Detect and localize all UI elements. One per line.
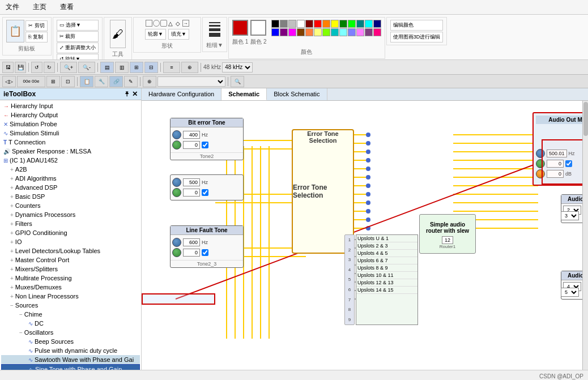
tb-btn-6[interactable]: 🔍-	[78, 62, 95, 73]
lf-knob1[interactable]	[172, 238, 181, 247]
tab-schematic[interactable]: Schematic	[221, 88, 267, 100]
upslot-4-5[interactable]: Upslots 4 & 5	[356, 250, 417, 257]
select-button[interactable]: ▭ 选择▼	[57, 20, 99, 31]
tree-pulse[interactable]: ∿ Pulse with dynamic duty cycle	[1, 346, 140, 355]
swatch-gray[interactable]	[280, 20, 288, 28]
tb-btn-12[interactable]: ⊕	[181, 62, 198, 73]
scrollbar-thumb[interactable]	[583, 102, 588, 136]
tree-beep[interactable]: ∿ Beep Sources	[1, 337, 140, 346]
fill-button[interactable]: 填充▼	[168, 29, 189, 40]
swatch-navy[interactable]	[373, 20, 381, 28]
swatch-lime[interactable]	[348, 20, 356, 28]
shape-arrow[interactable]: →	[182, 20, 189, 27]
bit-error-knob2[interactable]	[172, 140, 181, 150]
copy-button[interactable]: ⎘ 复制	[25, 32, 48, 42]
lf-check[interactable]	[202, 249, 208, 256]
tree-gpio[interactable]: + GPIO Conditioning	[1, 228, 140, 237]
tree-sources[interactable]: − Sources	[1, 301, 140, 310]
tb2-btn-9[interactable]: ⊕	[143, 76, 156, 87]
thickness-2[interactable]	[209, 25, 220, 27]
swatch-teal[interactable]	[356, 20, 364, 28]
tb-btn-8[interactable]: ▥	[115, 62, 129, 73]
bit-error-val[interactable]: 0	[183, 141, 200, 149]
swatch-cyan[interactable]	[365, 20, 373, 28]
paste-icon[interactable]: 📋	[6, 20, 24, 42]
tree-filters[interactable]: + Filters	[1, 219, 140, 228]
swatch-chartreuse[interactable]	[322, 28, 330, 36]
swatch-red[interactable]	[314, 20, 322, 28]
tb-btn-5[interactable]: 🔍+	[60, 62, 77, 73]
tree-adi-algo[interactable]: + ADI Algorithms	[1, 174, 140, 183]
shape-triangle[interactable]: △	[168, 20, 174, 27]
lf-freq[interactable]: 600	[183, 238, 200, 246]
swatch-lightyellow[interactable]	[314, 28, 322, 36]
slave-n2-dd1[interactable]: 5	[561, 288, 579, 297]
tree-a2b[interactable]: + A2B	[1, 165, 140, 174]
upslot-10-11[interactable]: Upslots 10 & 11	[356, 272, 417, 279]
tree-dc[interactable]: ∿ DC	[1, 319, 140, 328]
tb2-btn-8[interactable]: ✎	[124, 76, 138, 87]
vertical-scrollbar[interactable]	[582, 101, 588, 370]
tb-btn-7[interactable]: ▤	[100, 62, 114, 73]
lf-knob2[interactable]	[172, 248, 181, 257]
thickness-1[interactable]	[209, 22, 220, 23]
mid-knob1[interactable]	[172, 178, 181, 187]
swatch-black[interactable]	[271, 20, 279, 28]
upslot-14-15[interactable]: Upslots 14 & 15	[356, 287, 417, 294]
mid-knob2[interactable]	[172, 188, 181, 197]
tree-nonlinear[interactable]: + Non Linear Processors	[1, 292, 140, 301]
swatch-orange[interactable]	[322, 20, 330, 28]
mid-val[interactable]: 0	[183, 189, 200, 197]
schematic-canvas[interactable]: Bit error Tone 400 Hz 0 Tone2	[142, 101, 588, 370]
brush-icon[interactable]: 🖌	[110, 20, 126, 48]
tree-multirate[interactable]: + Multirate Processing	[1, 274, 140, 283]
tb-btn-3[interactable]: ↺	[31, 62, 42, 73]
tree-adv-dsp[interactable]: + Advanced DSP	[1, 183, 140, 192]
tree-dynamics[interactable]: + Dynamics Processors	[1, 210, 140, 219]
swatch-brown[interactable]	[297, 28, 305, 36]
edit-color-button[interactable]: 编辑颜色	[390, 20, 444, 31]
tree-mixers[interactable]: + Mixers/Splitters	[1, 264, 140, 274]
upslot-2-3[interactable]: Upslots 2 & 3	[356, 242, 417, 250]
swatch-maroon[interactable]	[305, 20, 313, 28]
swatch-periwinkle[interactable]	[348, 28, 356, 36]
tree-t-conn[interactable]: T T Connection	[1, 138, 140, 147]
swatch-green[interactable]	[339, 20, 347, 28]
swatch-white[interactable]	[297, 20, 305, 28]
bit-error-knob1[interactable]	[172, 130, 181, 139]
swatch-yellow[interactable]	[331, 20, 339, 28]
tb2-btn-3[interactable]: ⊞	[46, 76, 60, 87]
tree-sim-probe[interactable]: ✕ Simulation Probe	[1, 119, 140, 129]
menu-home[interactable]: 主页	[29, 1, 50, 13]
toolbox-controls[interactable]: 🖈 ✕	[123, 90, 138, 98]
swatch-salmon[interactable]	[305, 28, 313, 36]
tree-ic1[interactable]: ⊞ (IC 1) ADAU1452	[1, 156, 140, 165]
tree-master-ctrl[interactable]: + Master Control Port	[1, 255, 140, 264]
tree-counters[interactable]: + Counters	[1, 201, 140, 210]
line-fault-tone-block[interactable]: Line Fault Tone 600 Hz 0 Tone2_3	[170, 225, 244, 268]
tab-block[interactable]: Block Schematic	[267, 88, 327, 100]
lf-val[interactable]: 0	[183, 249, 200, 257]
swatch-purple[interactable]	[280, 28, 288, 36]
bit-error-check[interactable]	[202, 142, 208, 148]
rotate-button[interactable]: ↺ 旋转▼	[57, 54, 99, 60]
tab-hardware[interactable]: Hardware Configuration	[142, 88, 221, 100]
outline-button[interactable]: 轮廓▼	[145, 29, 166, 40]
tree-sawtooth[interactable]: ∿ Sawtooth Wave with Phase and Gai	[1, 355, 140, 364]
tree-chime[interactable]: − Chime	[1, 310, 140, 319]
upslot-12-13[interactable]: Upslots 12 & 13	[356, 279, 417, 287]
menu-view[interactable]: 查看	[57, 1, 77, 13]
bit-error-freq[interactable]: 400	[183, 131, 200, 139]
tree-basic-dsp[interactable]: + Basic DSP	[1, 192, 140, 201]
tb2-btn-10[interactable]: 🔍	[231, 76, 244, 87]
swatch-silver[interactable]	[288, 20, 296, 28]
mid-check[interactable]	[202, 189, 208, 196]
menu-file[interactable]: 文件	[2, 1, 23, 13]
swatch-magenta[interactable]	[288, 28, 296, 36]
tree-io[interactable]: + IO	[1, 237, 140, 246]
process-select[interactable]	[157, 76, 225, 87]
tb2-btn-4[interactable]: ⊡	[61, 76, 75, 87]
shape-circle[interactable]	[153, 20, 160, 27]
mid-freq[interactable]: 500	[183, 178, 200, 186]
upslot-0-1[interactable]: Upslots U & 1	[356, 235, 417, 242]
